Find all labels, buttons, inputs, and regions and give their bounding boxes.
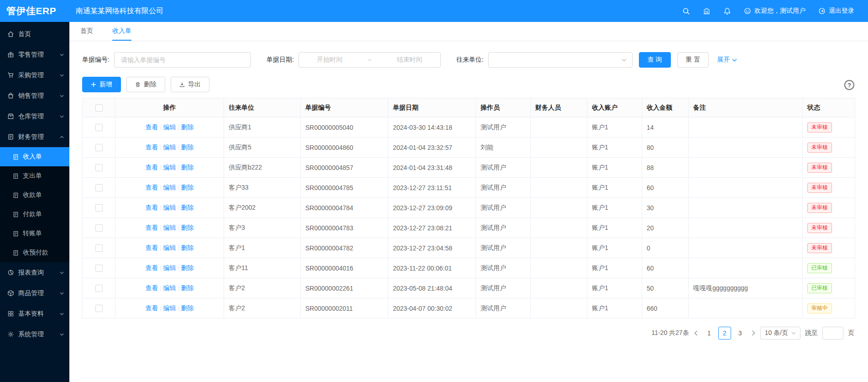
reset-button[interactable]: 重 置: [677, 52, 709, 68]
sidebar-item-finance[interactable]: 财务管理: [0, 127, 69, 147]
jump-page-input[interactable]: [822, 327, 843, 340]
sidebar-item-goods[interactable]: 商品管理: [0, 283, 69, 303]
action-edit-link[interactable]: 编辑: [163, 284, 176, 292]
action-delete-link[interactable]: 删除: [181, 123, 194, 131]
purchase-icon: [7, 72, 14, 79]
sidebar-item-label: 采购管理: [18, 71, 44, 80]
row-checkbox[interactable]: [95, 265, 103, 272]
action-view-link[interactable]: 查看: [146, 264, 158, 271]
cell-date: 2023-12-27 23:11:51: [388, 178, 476, 198]
bill-no-input[interactable]: [120, 56, 245, 64]
cell-partner: 供应商1: [224, 117, 301, 138]
select-all-checkbox[interactable]: [95, 104, 103, 111]
sidebar-item-warehouse[interactable]: 仓库管理: [0, 106, 69, 127]
page-size-select[interactable]: 10 条/页: [760, 327, 800, 340]
action-delete-link[interactable]: 删除: [181, 143, 194, 151]
search-button[interactable]: 查 询: [639, 52, 671, 68]
table-row: 查看编辑删除客户11SR000000040162023-11-22 00:06:…: [83, 258, 855, 278]
tab-income-bill[interactable]: 收入单: [112, 22, 131, 41]
action-edit-link[interactable]: 编辑: [163, 143, 176, 151]
row-checkbox[interactable]: [95, 285, 103, 292]
column-header: 收入账户: [587, 98, 642, 117]
page-button-2[interactable]: 2: [718, 327, 731, 340]
action-view-link[interactable]: 查看: [146, 123, 158, 131]
partner-select[interactable]: [488, 52, 633, 68]
action-view-link[interactable]: 查看: [146, 184, 158, 191]
pagination: 11-20 共27条 123 10 条/页 跳至 页: [69, 318, 868, 348]
action-view-link[interactable]: 查看: [146, 284, 158, 292]
action-view-link[interactable]: 查看: [146, 244, 158, 251]
sidebar-item-report[interactable]: 报表查询: [0, 262, 69, 283]
row-checkbox[interactable]: [95, 305, 103, 312]
action-view-link[interactable]: 查看: [146, 164, 158, 171]
row-checkbox[interactable]: [95, 164, 103, 171]
action-delete-link[interactable]: 删除: [181, 164, 194, 171]
add-button[interactable]: 新增: [82, 77, 121, 92]
help-icon[interactable]: ?: [844, 80, 854, 90]
page-button-3[interactable]: 3: [734, 327, 747, 340]
pagination-next[interactable]: [751, 330, 756, 336]
sidebar-item-retail[interactable]: 零售管理: [0, 44, 69, 65]
bill-date-range-picker[interactable]: 开始时间 ~ 结束时间: [298, 52, 441, 68]
sidebar-item-expense-bill[interactable]: 支出单: [0, 166, 69, 186]
cell-amount: 60: [642, 258, 689, 278]
sidebar-item-income-bill[interactable]: 收入单: [0, 147, 69, 166]
logout-button[interactable]: 退出登录: [818, 7, 854, 15]
row-checkbox[interactable]: [95, 224, 103, 232]
pagination-prev[interactable]: [694, 330, 698, 336]
action-edit-link[interactable]: 编辑: [163, 224, 176, 231]
sidebar-item-home[interactable]: 首页: [0, 24, 69, 44]
search-icon[interactable]: [682, 7, 690, 15]
sidebar-item-purchase[interactable]: 采购管理: [0, 65, 69, 85]
pagination-total: 11-20 共27条: [651, 329, 689, 337]
doc-icon: [13, 250, 19, 256]
action-edit-link[interactable]: 编辑: [163, 123, 176, 131]
tab-home[interactable]: 首页: [80, 22, 93, 41]
action-delete-link[interactable]: 删除: [181, 304, 194, 312]
cell-finance: [531, 117, 587, 138]
page-button-1[interactable]: 1: [703, 327, 716, 340]
action-delete-link[interactable]: 删除: [181, 204, 194, 211]
sidebar-item-payment-bill[interactable]: 付款单: [0, 205, 69, 224]
action-edit-link[interactable]: 编辑: [163, 184, 176, 191]
action-delete-link[interactable]: 删除: [181, 264, 194, 271]
row-checkbox[interactable]: [95, 144, 103, 151]
action-delete-link[interactable]: 删除: [181, 224, 194, 231]
expand-link[interactable]: 展开: [717, 56, 737, 64]
sidebar-item-receipt-bill[interactable]: 收款单: [0, 186, 69, 205]
action-view-link[interactable]: 查看: [146, 143, 158, 151]
row-checkbox[interactable]: [95, 184, 103, 191]
sidebar-item-basic-data[interactable]: 基本资料: [0, 303, 69, 324]
sidebar-item-advance-receipt[interactable]: 收预付款: [0, 243, 69, 262]
chevron-down-icon: [60, 115, 64, 118]
chevron-down-icon: [60, 74, 64, 77]
action-edit-link[interactable]: 编辑: [163, 244, 176, 251]
cell-remark: [689, 218, 803, 238]
delete-button[interactable]: 删除: [126, 77, 165, 92]
cell-amount: 0: [642, 238, 689, 258]
cell-remark: [689, 158, 803, 178]
action-delete-link[interactable]: 删除: [181, 184, 194, 191]
sidebar-item-transfer-bill[interactable]: 转账单: [0, 224, 69, 243]
sidebar-item-sales[interactable]: 销售管理: [0, 85, 69, 106]
action-edit-link[interactable]: 编辑: [163, 164, 176, 171]
action-edit-link[interactable]: 编辑: [163, 304, 176, 312]
row-checkbox[interactable]: [95, 244, 103, 252]
action-view-link[interactable]: 查看: [146, 304, 158, 312]
action-edit-link[interactable]: 编辑: [163, 264, 176, 271]
action-view-link[interactable]: 查看: [146, 204, 158, 211]
row-checkbox[interactable]: [95, 204, 103, 212]
action-view-link[interactable]: 查看: [146, 224, 158, 231]
table-header-row: 操作往来单位单据编号单据日期操作员财务人员收入账户收入金额备注状态: [83, 98, 855, 117]
export-button[interactable]: 导出: [171, 77, 209, 92]
bell-icon[interactable]: [723, 7, 731, 15]
jump-suffix: 页: [848, 329, 854, 337]
welcome-user-menu[interactable]: 欢迎您，测试用户: [744, 7, 805, 15]
action-edit-link[interactable]: 编辑: [163, 204, 176, 211]
action-delete-link[interactable]: 删除: [181, 284, 194, 292]
row-checkbox[interactable]: [95, 124, 103, 131]
action-delete-link[interactable]: 删除: [181, 244, 194, 251]
bank-icon[interactable]: [703, 7, 711, 15]
sidebar-item-label: 财务管理: [18, 133, 44, 141]
sidebar-item-system[interactable]: 系统管理: [0, 324, 69, 345]
